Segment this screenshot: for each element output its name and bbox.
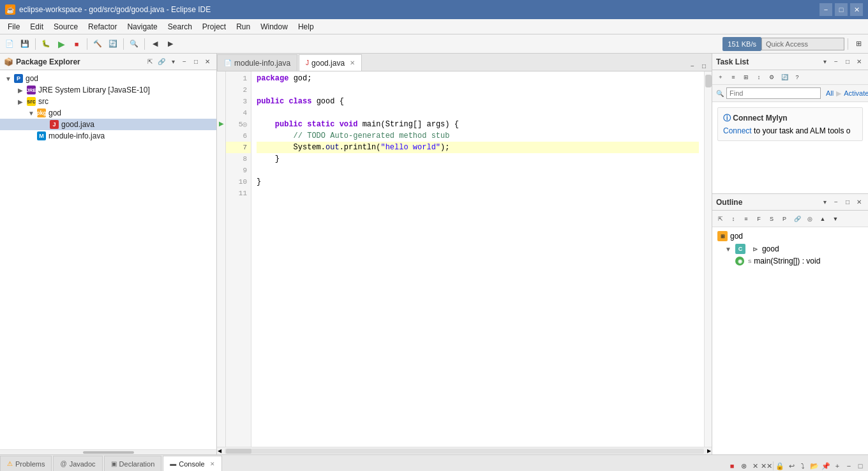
outline-item-good-class[interactable]: ▼ C ⊳ good — [712, 243, 868, 255]
console-terminate[interactable]: ■ — [727, 461, 737, 471]
console-scroll-lock[interactable]: 🔒 — [775, 461, 785, 471]
scroll-thumb[interactable] — [705, 75, 712, 87]
menu-item-refactor[interactable]: Refactor — [83, 21, 122, 33]
menu-item-source[interactable]: Source — [49, 21, 83, 33]
outline-mark[interactable]: ◎ — [804, 213, 816, 225]
outline-minimize[interactable]: − — [831, 197, 841, 207]
collapse-all-button[interactable]: ⇱ — [145, 57, 155, 67]
editor-minimize-button[interactable]: − — [687, 61, 698, 71]
quick-access-input[interactable]: Quick Access — [761, 38, 844, 50]
menu-item-help[interactable]: Help — [293, 21, 319, 33]
outline-close[interactable]: ✕ — [854, 197, 864, 207]
stop-button[interactable]: ■ — [70, 37, 84, 51]
hscroll-thumb[interactable] — [226, 449, 251, 454]
outline-hide-nonpublic[interactable]: P — [779, 213, 790, 225]
tree-item-god-project[interactable]: ▼ P god — [0, 73, 216, 84]
connect-link[interactable]: Connect — [723, 126, 752, 135]
outline-next[interactable]: ▼ — [830, 213, 841, 225]
tab-javadoc[interactable]: @ Javadoc — [53, 456, 102, 471]
menu-item-file[interactable]: File — [3, 21, 25, 33]
memory-indicator[interactable]: 151 KB/s — [722, 37, 761, 51]
task-view-menu[interactable]: ▾ — [819, 57, 830, 67]
run-button[interactable]: ▶ — [54, 37, 68, 51]
outline-item-main-method[interactable]: ◉ S main(String[]) : void — [712, 255, 868, 267]
minimize-panel-button[interactable]: − — [179, 57, 190, 67]
tab-declaration[interactable]: ▣ Declaration — [104, 456, 162, 471]
perspective-button[interactable]: ⊞ — [851, 37, 865, 51]
tree-item-god-pkg[interactable]: ▼ pkg god — [0, 107, 216, 119]
refresh-button[interactable]: 🔄 — [106, 37, 120, 51]
task-settings[interactable]: ⚙ — [766, 71, 777, 83]
outline-item-god-pkg[interactable]: ⊞ god — [712, 230, 868, 243]
task-minimize[interactable]: − — [831, 57, 841, 67]
all-filter-link[interactable]: All — [826, 89, 834, 97]
tree-item-src[interactable]: ▶ src src — [0, 96, 216, 107]
menu-item-window[interactable]: Window — [255, 21, 293, 33]
console-remove-all[interactable]: ✕✕ — [761, 461, 772, 471]
minimize-button[interactable]: − — [819, 3, 832, 16]
tab-good-java[interactable]: J good.java ✕ — [299, 54, 362, 71]
close-button[interactable]: ✕ — [850, 3, 863, 16]
console-maximize[interactable]: □ — [855, 461, 865, 471]
task-group[interactable]: ⊞ — [740, 71, 752, 83]
tab-close-good-java[interactable]: ✕ — [350, 59, 355, 66]
task-sort[interactable]: ↕ — [753, 71, 765, 83]
outline-sort[interactable]: ↕ — [728, 213, 739, 225]
search-button[interactable]: 🔍 — [127, 37, 141, 51]
forward-button[interactable]: ▶ — [163, 37, 177, 51]
activate-link[interactable]: Activate... — [844, 89, 868, 97]
tree-item-good-java[interactable]: J good.java — [0, 119, 216, 130]
menu-item-project[interactable]: Project — [197, 21, 231, 33]
console-open-file[interactable]: 📂 — [809, 461, 819, 471]
menu-item-run[interactable]: Run — [231, 21, 255, 33]
outline-collapse[interactable]: ⇱ — [715, 213, 726, 225]
console-scroll-end[interactable]: ⤵ — [798, 461, 808, 471]
outline-filter[interactable]: ≡ — [740, 213, 752, 225]
console-new[interactable]: + — [832, 461, 842, 471]
build-button[interactable]: 🔨 — [91, 37, 105, 51]
task-filter[interactable]: ≡ — [728, 71, 739, 83]
tab-console[interactable]: ▬ Console ✕ — [163, 456, 221, 471]
outline-view-menu[interactable]: ▾ — [819, 197, 830, 207]
outline-maximize[interactable]: □ — [842, 197, 853, 207]
back-button[interactable]: ◀ — [148, 37, 162, 51]
outline-hide-fields[interactable]: F — [753, 213, 765, 225]
tree-item-module-info[interactable]: M module-info.java — [0, 130, 216, 142]
maximize-panel-button[interactable]: □ — [191, 57, 201, 67]
tree-item-jre[interactable]: ▶ JRE JRE System Library [JavaSE-10] — [0, 84, 216, 96]
editor-hscroll[interactable]: ◀ ▶ — [217, 447, 712, 454]
view-menu-button[interactable]: ▾ — [168, 57, 178, 67]
console-minimize[interactable]: − — [844, 461, 854, 471]
task-new[interactable]: + — [715, 71, 726, 83]
console-close-icon[interactable]: ✕ — [210, 461, 215, 467]
console-disconnect[interactable]: ⊗ — [738, 461, 749, 471]
console-word-wrap[interactable]: ↩ — [786, 461, 797, 471]
outline-link[interactable]: 🔗 — [791, 213, 803, 225]
editor-maximize-button[interactable]: □ — [699, 61, 709, 71]
hscroll-track[interactable] — [225, 449, 704, 454]
outline-hide-static[interactable]: S — [766, 213, 777, 225]
debug-button[interactable]: 🐛 — [39, 37, 53, 51]
code-editor[interactable]: package god; public class good { public … — [251, 71, 704, 447]
task-sync[interactable]: 🔄 — [779, 71, 790, 83]
menu-item-edit[interactable]: Edit — [25, 21, 49, 33]
task-close[interactable]: ✕ — [854, 57, 864, 67]
outline-prev[interactable]: ▲ — [817, 213, 828, 225]
hscroll-right[interactable]: ▶ — [707, 449, 712, 454]
tab-problems[interactable]: ⚠ Problems — [0, 456, 52, 471]
task-maximize[interactable]: □ — [842, 57, 853, 67]
task-help[interactable]: ? — [791, 71, 803, 83]
new-button[interactable]: 📄 — [3, 37, 17, 51]
task-find-input[interactable] — [726, 87, 821, 99]
console-remove[interactable]: ✕ — [750, 461, 760, 471]
close-panel-button[interactable]: ✕ — [202, 57, 213, 67]
editor-scrollbar[interactable] — [704, 71, 712, 447]
menu-item-search[interactable]: Search — [163, 21, 197, 33]
tab-module-info[interactable]: 📄 module-info.java — [217, 54, 297, 71]
maximize-button[interactable]: □ — [835, 3, 848, 16]
save-button[interactable]: 💾 — [18, 37, 32, 51]
link-with-editor-button[interactable]: 🔗 — [156, 57, 167, 67]
menu-item-navigate[interactable]: Navigate — [122, 21, 162, 33]
hscroll-left[interactable]: ◀ — [217, 449, 222, 454]
console-pin[interactable]: 📌 — [821, 461, 831, 471]
